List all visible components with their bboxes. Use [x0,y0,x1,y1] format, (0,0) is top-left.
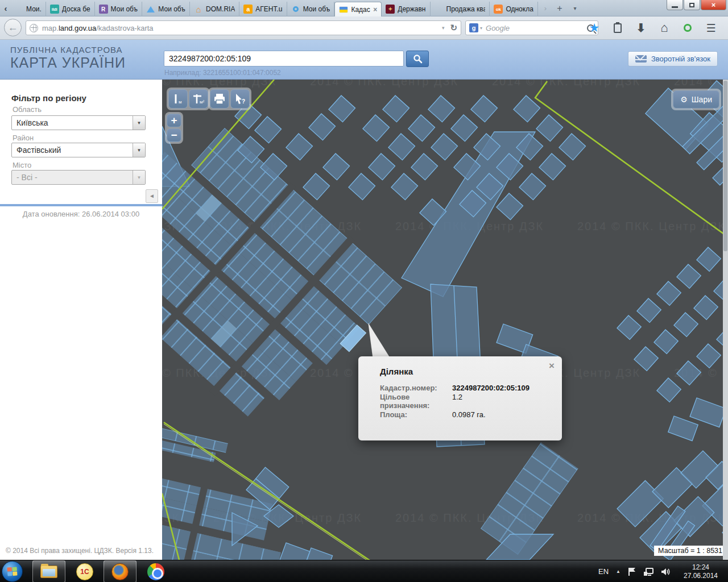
popup-row-label: Площа: [380,410,452,419]
list-all-tabs-icon[interactable]: ▾ [570,3,580,14]
filter-select-0[interactable]: Київська▼ [11,115,146,130]
browser-tab-9[interactable]: Продажа ква... [431,2,490,16]
tab-scroll-left-icon[interactable]: ‹ [1,3,10,14]
start-button[interactable] [2,561,23,582]
globe-icon [30,24,38,32]
cadastral-search-button[interactable] [406,51,429,67]
site-header: ПУБЛІЧНА КАДАСТРОВА КАРТА УКРАЇНИ Наприк… [0,40,728,80]
scale-indicator: Масштаб = 1 : 8531 [654,546,726,556]
scrollbar-thumb[interactable] [723,81,727,251]
browser-tab-8[interactable]: ✦Державн... [382,2,430,16]
popup-row-2: Площа:0.0987 га. [380,410,554,419]
browser-tab-10[interactable]: okОднокла... [490,2,538,16]
filter-select-1[interactable]: Фастівський▼ [11,143,146,157]
measure-area-button[interactable]: м² [189,89,208,109]
back-button[interactable]: ← [4,19,22,36]
chevron-down-icon[interactable]: ▼ [133,143,145,157]
hidden-icons-arrow[interactable]: ▲ [616,569,621,574]
browser-tab-2[interactable]: RМои объ... [95,2,143,16]
addon-ring-icon[interactable] [681,21,694,35]
clock[interactable]: 12:24 27.06.2014 [678,563,723,580]
browser-tab-1[interactable]: ildiДоска бе... [46,2,95,16]
taskbar-1c-button[interactable]: 1С [68,560,101,582]
popup-row-value: 0.0987 га. [452,410,486,419]
reload-icon[interactable]: ↻ [450,23,457,33]
browser-tab-6[interactable]: Мои объ... [287,2,335,16]
url-prefix: map. [42,24,59,32]
sidebar-collapse-button[interactable]: ◄ [146,189,158,203]
firefox-icon [111,563,129,580]
url-domain: land.gov.ua [59,24,96,32]
cadastral-map[interactable]: 2014 © ПКК. Центр ДЗК2014 © ПКК. Центр Д… [162,80,728,560]
measure-length-button[interactable]: м [168,89,188,109]
taskbar-firefox-button[interactable] [104,560,136,582]
browser-toolbar: ← map.land.gov.ua/kadastrova-karta ▾ ↻ g… [0,16,728,40]
search-engine-dropdown-icon[interactable]: ▾ [480,26,482,31]
layers-group: ⚙ Шари [671,89,721,110]
chevron-down-icon: ▼ [133,171,145,184]
hamburger-menu-icon[interactable]: ☰ [704,21,718,35]
popup-close-icon[interactable]: × [549,360,555,372]
toolbar-icons: ★ ⬇ ⌂ ☰ [588,21,718,35]
taskbar-chrome-button[interactable] [139,560,172,582]
taskbar-explorer-button[interactable] [32,560,65,582]
browser-tab-0[interactable]: Мои... [10,2,46,16]
network-icon[interactable] [643,567,653,576]
browser-tab-7[interactable]: Кадас...× [334,2,382,16]
popup-row-0: Кадастр.номер:3224987200:02:05:109 [380,384,554,393]
system-tray: EN ▲ 12:24 27.06.2014 [598,560,728,582]
tab-close-icon[interactable]: × [373,6,377,14]
arrow-up-tab-icon [146,5,155,14]
browser-tab-bar: ‹ Мои...ildiДоска бе...RМои объ...Мои об… [0,0,728,16]
watermark-text: 2014 © ПКК. Центр ДЗК [492,80,640,88]
browser-tab-5[interactable]: aАГЕНТ.u... [239,2,287,16]
feedback-button[interactable]: Зворотній зв'язок [628,51,718,66]
popup-row-value: 3224987200:02:05:109 [452,384,530,393]
svg-text:?: ? [242,98,245,105]
house-tab-icon: ⌂ [194,5,203,14]
restore-button[interactable] [684,0,700,10]
browser-tab-3[interactable]: Мои объ... [142,2,190,16]
logo-line1: ПУБЛІЧНА КАДАСТРОВА [10,45,126,55]
search-engine-icon[interactable]: g [469,23,478,32]
map-canvas[interactable]: 2014 © ПКК. Центр ДЗК2014 © ПКК. Центр Д… [162,80,728,560]
vertical-scrollbar[interactable] [723,80,728,560]
minimize-button[interactable] [667,0,683,10]
windows-taskbar: 1С EN ▲ 12:24 27.06.2014 [0,560,728,582]
popup-row-label: Цільове призначення: [380,393,452,410]
identify-button[interactable]: ? [230,89,250,109]
search-bar[interactable]: g ▾ Google [465,20,598,35]
layers-button[interactable]: ⚙ Шари [673,90,719,109]
tab-scroll-right-icon[interactable]: › [540,3,551,14]
tab-label: АГЕНТ.u... [255,5,282,13]
bookmark-star-icon[interactable]: ★ [588,21,601,35]
zoom-in-button[interactable]: + [167,114,181,127]
ua-flag-tab-icon [339,5,348,14]
action-center-flag-icon[interactable] [628,567,636,576]
copyright-footer: © 2014 Всі права захищені. ЦДЗК. Версія … [6,547,154,555]
home-icon[interactable]: ⌂ [657,21,671,35]
language-indicator[interactable]: EN [598,567,609,576]
select-value: Київська [12,118,133,127]
chevron-down-icon[interactable]: ▼ [133,116,145,130]
bookmarks-panel-icon[interactable] [611,21,624,35]
url-bar[interactable]: map.land.gov.ua/kadastrova-karta ▾ ↻ [26,20,461,35]
magnifier-icon [413,54,423,64]
print-identify-group: ? [208,88,251,110]
zoom-out-button[interactable]: − [167,128,181,142]
browser-tab-4[interactable]: ⌂DOM.RIA... [190,2,239,16]
url-path: /kadastrova-karta [96,24,153,32]
popup-row-value: 1.2 [452,393,462,410]
close-button[interactable]: × [701,0,726,10]
search-placeholder: Google [486,24,587,32]
emblem-tab-icon: ✦ [386,5,395,14]
downloads-icon[interactable]: ⬇ [634,21,648,35]
cadastral-search-input[interactable] [164,51,404,66]
feedback-label: Зворотній зв'язок [651,55,710,63]
speaker-icon[interactable] [661,567,671,576]
new-tab-button[interactable]: + [555,3,565,14]
print-button[interactable] [210,89,229,109]
svg-text:м: м [179,99,182,105]
url-dropdown-icon[interactable]: ▾ [442,25,445,31]
tray-time: 12:24 [678,563,723,572]
